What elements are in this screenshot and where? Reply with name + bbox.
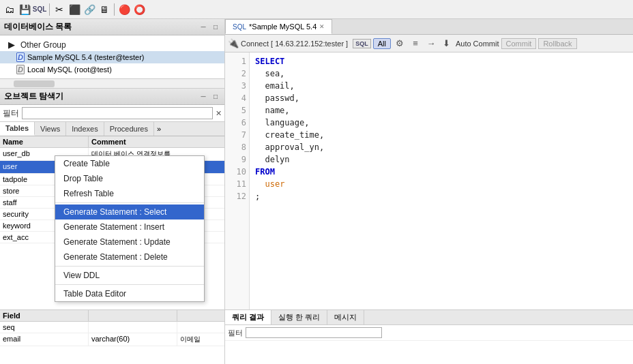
ctx-sep-3 [55,284,204,285]
arrow-btn[interactable]: → [424,37,438,50]
left-panel: 데이터베이스 목록 ─ □ ▶ Other Group D Sample MyS… [0,19,225,364]
field-type-seq [89,322,177,333]
toolbar-red-btn[interactable]: 🔴 [117,3,131,16]
db-gray-icon: D [16,65,25,74]
obj-maximize-btn[interactable]: □ [211,92,220,102]
commit-btn[interactable]: Commit [501,38,537,49]
line-num-8: 8 [228,141,246,153]
obj-explorer: 오브젝트 탐색기 ─ □ 필터 ✕ Tables Views Indexes P… [0,89,224,364]
field-col-field: Field [0,310,89,321]
result-tab-message[interactable]: 메시지 [327,310,364,324]
gear-btn[interactable]: ⚙ [393,37,407,50]
editor-tab-sample-mysql[interactable]: SQL *Sample MySQL 5.4 ✕ [225,19,332,34]
result-filter-bar: 필터 [225,325,633,341]
result-tab-query[interactable]: 쿼리 결과 [225,310,271,324]
db-tree-title: 데이터베이스 목록 [4,21,72,33]
toolbar-circle-btn[interactable]: ⭕ [132,3,146,16]
tab-views[interactable]: Views [35,122,66,136]
result-content [225,341,633,364]
sql-label-badge: SQL [353,39,371,48]
right-panel: SQL *Sample MySQL 5.4 ✕ 🔌 Connect [ 14.6… [225,19,633,364]
toolbar-sql-btn[interactable]: SQL [33,3,46,16]
field-row-seq[interactable]: seq [0,322,224,333]
line-num-12: 12 [228,190,246,202]
result-filter-input[interactable] [246,327,382,338]
result-tabs: 쿼리 결과 실행 한 쿼리 메시지 [225,310,633,325]
line-numbers: 1 2 3 4 5 6 7 8 9 10 11 12 [225,52,250,309]
ctx-refresh-table[interactable]: Refresh Table [55,186,204,201]
toolbar-stop-btn[interactable]: ⬛ [68,3,81,16]
db-tree-panel: 데이터베이스 목록 ─ □ ▶ Other Group D Sample MyS… [0,19,224,89]
ctx-view-ddl[interactable]: View DDL [55,268,204,283]
obj-explorer-title: 오브젝트 탐색기 [4,91,63,102]
ctx-generate-update[interactable]: Generate Statement : Update [55,234,204,249]
tree-item-local-mysql[interactable]: D Local MySQL (root@test) [0,63,224,76]
sql-toolbar: 🔌 Connect [ 14.63.212.152:tester ] SQL A… [225,35,633,52]
db-tree-area: ▶ Other Group D Sample MySQL 5.4 (tester… [0,35,224,78]
toolbar-monitor-btn[interactable]: 🖥 [98,3,111,16]
ctx-generate-delete[interactable]: Generate Statement : Delete [55,249,204,264]
ctx-drop-table[interactable]: Drop Table [55,171,204,186]
db-tree-maximize-btn[interactable]: □ [211,22,220,32]
col-header-comment: Comment [89,136,224,147]
sql-editor-area: 1 2 3 4 5 6 7 8 9 10 11 12 SELECT sea, e… [225,52,633,309]
format-btn[interactable]: ≡ [409,37,422,50]
line-num-11: 11 [228,178,246,190]
db-blue-icon: D [16,52,25,62]
field-row-email[interactable]: email varchar(60) 이메일 [0,333,224,346]
filter-input[interactable] [22,107,213,119]
ctx-generate-insert[interactable]: Generate Statement : Insert [55,219,204,234]
tab-indexes[interactable]: Indexes [66,122,104,136]
all-btn[interactable]: All [373,38,391,49]
field-type-email: varchar(60) [89,333,177,346]
scrollbar-thumb [14,80,55,87]
main-layout: 데이터베이스 목록 ─ □ ▶ Other Group D Sample MyS… [0,19,633,364]
editor-tabs: SQL *Sample MySQL 5.4 ✕ [225,19,633,35]
context-menu: Create Table Drop Table Refresh Table Ge… [55,155,205,302]
tab-more-btn[interactable]: » [154,122,164,136]
toolbar-connect-btn[interactable]: 🔗 [83,3,96,16]
editor-tab-close-btn[interactable]: ✕ [319,23,325,30]
toolbar-cut-btn[interactable]: ✂ [53,3,66,16]
obj-minimize-btn[interactable]: ─ [198,92,208,102]
ctx-generate-select[interactable]: Generate Statement : Select [55,204,204,219]
tab-procedures[interactable]: Procedures [104,122,154,136]
group-label: Other Group [20,40,66,50]
line-num-3: 3 [228,80,246,92]
field-rows: seq email varchar(60) 이메일 [0,322,224,364]
field-comment-email: 이메일 [177,333,224,346]
connect-icon: 🔌 [228,38,239,48]
ctx-sep-2 [55,266,204,267]
autocommit-label: Auto Commit [456,40,499,48]
db-tree-controls: ─ □ [198,22,220,32]
ctx-table-data-editor[interactable]: Table Data Editor [55,286,204,301]
line-num-4: 4 [228,92,246,104]
line-num-1: 1 [228,55,246,67]
obj-explorer-title-bar: 오브젝트 탐색기 ─ □ [0,89,224,105]
db-tree-title-bar: 데이터베이스 목록 ─ □ [0,19,224,35]
expand-icon: ▶ [8,40,15,50]
line-num-5: 5 [228,104,246,117]
connect-info: Connect [ 14.63.212.152:tester ] [241,40,348,48]
tree-item-other-group[interactable]: ▶ Other Group [0,38,224,51]
toolbar-save-btn[interactable]: 💾 [18,3,31,16]
obj-explorer-controls: ─ □ [198,92,220,102]
field-comment-seq [177,322,224,333]
line-num-10: 10 [228,166,246,178]
tab-tables[interactable]: Tables [0,122,35,136]
line-num-6: 6 [228,117,246,129]
result-tab-executed[interactable]: 실행 한 쿼리 [271,310,327,324]
tree-item-sample-mysql[interactable]: D Sample MySQL 5.4 (tester@tester) [0,51,224,63]
ctx-create-table[interactable]: Create Table [55,156,204,171]
db-tree-minimize-btn[interactable]: ─ [198,22,208,32]
toolbar-folder-btn[interactable]: 🗂 [3,3,16,16]
toolbar-sep-2 [114,3,115,16]
editor-tab-label: *Sample MySQL 5.4 [249,22,316,31]
field-col-type [89,310,177,321]
sql-editor-content[interactable]: SELECT sea, email, passwd, name, languag… [250,52,633,309]
filter-clear-btn[interactable]: ✕ [216,109,222,118]
download-btn[interactable]: ⬇ [440,37,454,50]
db-tree-scrollbar[interactable] [0,78,224,88]
table-list: Name Comment user_db 데이터 베이스 연결정보를 user … [0,136,224,309]
rollback-btn[interactable]: Rollback [538,38,576,49]
